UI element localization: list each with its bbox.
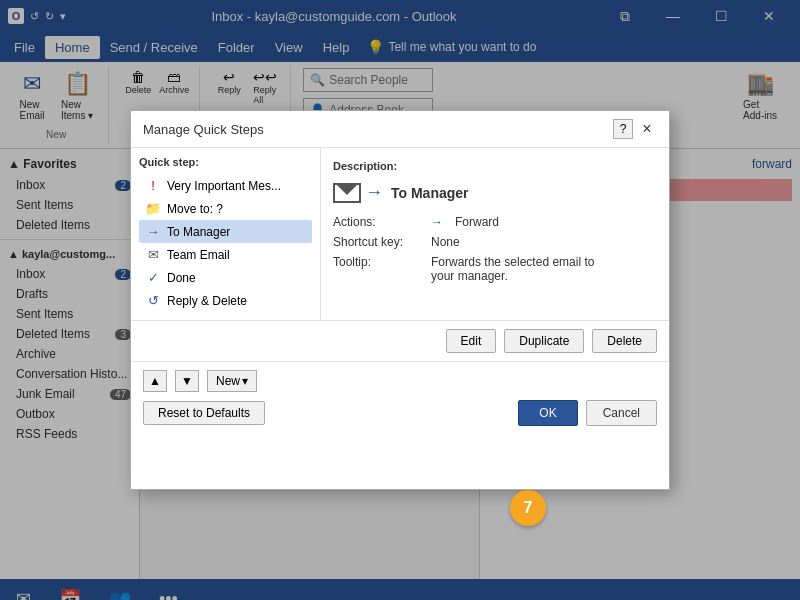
qs-team-email-icon: ✉ (145, 247, 161, 262)
qs-very-important-icon: ! (145, 178, 161, 193)
qs-done[interactable]: ✓ Done (139, 266, 312, 289)
edit-button[interactable]: Edit (446, 329, 497, 353)
new-label: New (216, 374, 240, 388)
desc-envelope-icon (333, 183, 361, 203)
modal-edit-row: Edit Duplicate Delete (131, 320, 669, 361)
qs-move-to[interactable]: 📁 Move to: ? (139, 197, 312, 220)
shortcut-value: None (431, 235, 460, 249)
modal-footer-right: OK Cancel (518, 400, 657, 426)
qs-done-label: Done (167, 271, 196, 285)
delete-quick-step-button[interactable]: Delete (592, 329, 657, 353)
description-panel: Description: → To Manager Actions: → For… (321, 148, 669, 320)
forward-icon-small: → (431, 215, 443, 229)
modal-footer-top: ▲ ▼ New ▾ (143, 370, 657, 392)
envelope-flap (337, 185, 357, 195)
forward-arrow-icon: → (365, 182, 383, 203)
desc-tooltip-row: Tooltip: Forwards the selected email to … (333, 255, 657, 283)
tooltip-value: Forwards the selected email to your mana… (431, 255, 611, 283)
actions-label: Actions: (333, 215, 423, 229)
quick-step-header: Quick step: (139, 156, 312, 168)
qs-very-important-label: Very Important Mes... (167, 179, 281, 193)
qs-very-important[interactable]: ! Very Important Mes... (139, 174, 312, 197)
ok-button[interactable]: OK (518, 400, 577, 426)
qs-done-icon: ✓ (145, 270, 161, 285)
modal-footer: ▲ ▼ New ▾ Reset to Defaults OK Cancel (131, 361, 669, 434)
qs-reply-delete-icon: ↺ (145, 293, 161, 308)
desc-actions-row: Actions: → Forward (333, 215, 657, 229)
modal-controls: ? × (613, 119, 657, 139)
desc-step-name: To Manager (391, 185, 469, 201)
qs-reply-delete-label: Reply & Delete (167, 294, 247, 308)
modal-close-btn[interactable]: × (637, 119, 657, 139)
qs-move-to-icon: 📁 (145, 201, 161, 216)
move-down-button[interactable]: ▼ (175, 370, 199, 392)
new-dropdown-arrow[interactable]: ▾ (242, 374, 248, 388)
qs-team-email[interactable]: ✉ Team Email (139, 243, 312, 266)
modal-footer-actions: Reset to Defaults OK Cancel (143, 400, 657, 426)
description-header: Description: (333, 160, 657, 172)
new-quick-step-button[interactable]: New ▾ (207, 370, 257, 392)
actions-value: Forward (455, 215, 499, 229)
desc-title-row: → To Manager (333, 182, 657, 203)
modal-body: Quick step: ! Very Important Mes... 📁 Mo… (131, 148, 669, 320)
qs-to-manager[interactable]: → To Manager (139, 220, 312, 243)
qs-move-to-label: Move to: ? (167, 202, 223, 216)
modal-title: Manage Quick Steps (143, 122, 264, 137)
cancel-button[interactable]: Cancel (586, 400, 657, 426)
shortcut-label: Shortcut key: (333, 235, 423, 249)
qs-reply-delete[interactable]: ↺ Reply & Delete (139, 289, 312, 312)
desc-envelope-area: → (333, 182, 383, 203)
tooltip-label: Tooltip: (333, 255, 423, 283)
move-up-button[interactable]: ▲ (143, 370, 167, 392)
modal-overlay: Manage Quick Steps ? × Quick step: ! Ver… (0, 0, 800, 600)
modal-title-bar: Manage Quick Steps ? × (131, 111, 669, 148)
manage-quick-steps-modal: Manage Quick Steps ? × Quick step: ! Ver… (130, 110, 670, 490)
new-btn-group: New ▾ (207, 370, 257, 392)
modal-help-btn[interactable]: ? (613, 119, 633, 139)
desc-shortcut-row: Shortcut key: None (333, 235, 657, 249)
step-7-circle: 7 (510, 490, 546, 526)
qs-team-email-label: Team Email (167, 248, 230, 262)
quick-steps-list: Quick step: ! Very Important Mes... 📁 Mo… (131, 148, 321, 320)
reset-to-defaults-button[interactable]: Reset to Defaults (143, 401, 265, 425)
qs-to-manager-label: To Manager (167, 225, 230, 239)
qs-to-manager-icon: → (145, 224, 161, 239)
step-number: 7 (524, 499, 533, 517)
duplicate-button[interactable]: Duplicate (504, 329, 584, 353)
